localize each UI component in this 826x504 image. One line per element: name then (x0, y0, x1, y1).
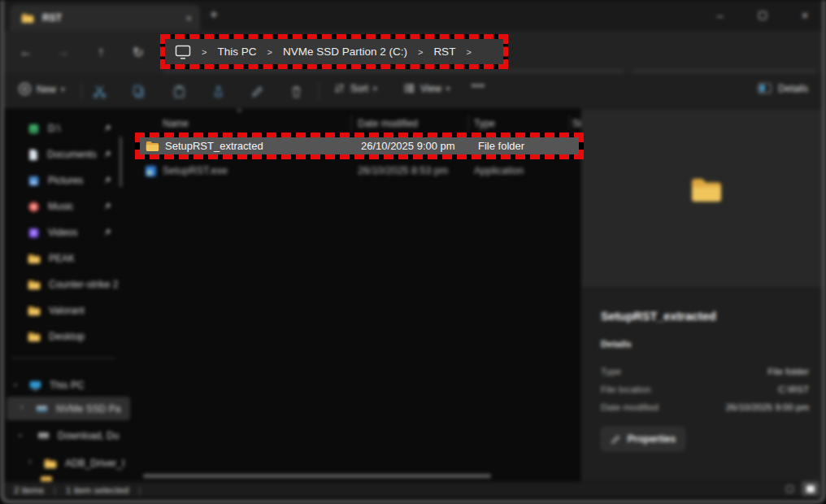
new-tab-button[interactable]: + (210, 7, 218, 23)
selected-count: 1 item selected (66, 485, 128, 495)
refresh-button[interactable]: ↻ (128, 42, 148, 62)
breadcrumb-this-pc[interactable]: This PC (217, 46, 256, 58)
details-field-type: TypeFile folder (601, 363, 809, 380)
folder-icon (28, 306, 41, 316)
breadcrumb[interactable]: > This PC > NVMe SSD Partion 2 (C:) > RS… (165, 39, 503, 64)
minimize-button[interactable]: – (699, 0, 741, 31)
sidebar-item-documents[interactable]: Documents (7, 143, 130, 166)
breadcrumb-rst[interactable]: RST (433, 46, 455, 58)
folder-icon (28, 332, 41, 342)
drive-icon (36, 404, 48, 414)
sidebar-scrollbar[interactable] (120, 137, 122, 187)
explorer-tab[interactable]: RST × (10, 5, 200, 31)
details-view-icon (786, 485, 793, 493)
delete-icon (289, 85, 303, 98)
sidebar-item-label: Download, Du (58, 430, 119, 441)
copy-button[interactable] (131, 84, 146, 98)
new-button[interactable]: New ▾ (18, 82, 65, 96)
cut-icon (93, 85, 107, 98)
sort-button[interactable]: Sort ▾ (333, 82, 377, 94)
details-view-button[interactable] (781, 482, 798, 495)
details-section-heading: Details (601, 339, 632, 349)
back-button[interactable]: ← (16, 42, 36, 62)
folder-preview-icon (690, 177, 723, 203)
new-label: New (37, 84, 56, 95)
sidebar-item-label: Music (48, 201, 73, 212)
sidebar-item-adb-driver[interactable]: ADB_Driver_I (7, 452, 130, 475)
horizontal-scrollbar[interactable] (143, 474, 491, 478)
more-options-button[interactable]: ••• (472, 80, 485, 92)
this-pc-icon (29, 380, 41, 391)
rename-button[interactable] (250, 84, 264, 98)
details-pane-toggle[interactable]: Details (758, 82, 808, 94)
file-name: SetupRST_extracted (165, 137, 263, 154)
sidebar-item-label: Counter-strike 2 (49, 279, 118, 290)
sidebar-item-nvme-ssd[interactable]: NVMe SSD Pa (7, 398, 130, 420)
details-pane-icon (758, 82, 772, 94)
file-explorer-window: RST × + – × ← → ↑ ↻ N (0, 0, 826, 504)
column-divider[interactable] (468, 115, 469, 131)
column-divider[interactable] (351, 115, 352, 131)
sidebar-item-peak[interactable]: PEAK (7, 247, 130, 270)
pin-icon (102, 228, 112, 237)
details-pane: SetupRST_extracted Details TypeFile fold… (580, 287, 822, 481)
file-type: File folder (478, 137, 524, 154)
command-bar: New ▾ Sort ▾ View ▾ ••• (0, 73, 826, 109)
cut-button[interactable] (92, 84, 107, 98)
sidebar-item-d-drive[interactable]: D:\ (7, 117, 130, 140)
file-row-setuprst-exe[interactable]: SetupRST.exe 26/10/2025 8:53 pm Applicat… (138, 160, 579, 181)
column-header-date-modified[interactable]: Date modified (358, 115, 418, 133)
view-button[interactable]: View ▾ (403, 82, 450, 94)
properties-button[interactable]: Properties (601, 427, 685, 451)
sidebar-item-music[interactable]: Music (7, 195, 130, 218)
breadcrumb-chevron-icon: > (202, 47, 206, 57)
forward-button[interactable]: → (54, 42, 73, 62)
status-bar: 2 items | 1 item selected | (4, 481, 822, 497)
column-divider[interactable] (569, 115, 570, 131)
delete-button[interactable] (289, 84, 303, 98)
tab-close-icon[interactable]: × (185, 12, 192, 24)
sidebar-divider (11, 358, 115, 358)
share-button[interactable] (211, 84, 225, 98)
file-name: SetupRST.exe (163, 160, 228, 181)
application-icon (145, 165, 157, 177)
sidebar-item-desktop[interactable]: Desktop (7, 325, 130, 348)
close-button[interactable]: × (784, 0, 826, 31)
maximize-button[interactable] (741, 0, 784, 31)
share-icon (211, 85, 225, 98)
sort-ascending-icon: ^ (237, 108, 241, 117)
sidebar-item-label: Videos (48, 227, 77, 238)
pictures-icon (28, 175, 40, 187)
column-header-type[interactable]: Type (474, 115, 495, 133)
breadcrumb-drive[interactable]: NVMe SSD Partion 2 (C:) (283, 46, 407, 58)
sidebar-item-counter-strike-2[interactable]: Counter-strike 2 (7, 273, 130, 296)
sidebar-item-label: Desktop (49, 331, 85, 342)
document-icon (28, 149, 39, 161)
sidebar-item-videos[interactable]: Videos (7, 221, 130, 244)
file-row-setuprst-extracted[interactable]: SetupRST_extracted 26/10/2025 9:00 pm Fi… (140, 137, 579, 154)
pin-icon (102, 202, 112, 211)
sidebar-item-label: NVMe SSD Pa (56, 403, 120, 415)
toolbar-divider (319, 81, 320, 101)
details-label: Details (778, 83, 808, 94)
paste-button[interactable] (172, 84, 186, 98)
sidebar-item-download-drive[interactable]: Download, Du (7, 424, 130, 447)
sidebar-item-valorant[interactable]: Valorant (7, 299, 130, 322)
sidebar-item-pictures[interactable]: Pictures (7, 169, 130, 192)
column-header-name[interactable]: Name (163, 115, 189, 133)
up-button[interactable]: ↑ (91, 42, 111, 62)
sort-icon (333, 82, 346, 94)
thumbnail-view-button[interactable] (802, 481, 819, 496)
sidebar-item-label: PEAK (49, 253, 75, 264)
music-icon (28, 201, 40, 213)
videos-icon (28, 227, 40, 239)
chevron-down-icon: ▾ (373, 85, 377, 93)
details-title: SetupRST_extracted (601, 310, 716, 323)
maximize-icon (759, 11, 767, 20)
tab-title: RST (42, 12, 177, 24)
sidebar-item-label: ADB_Driver_I (65, 458, 124, 469)
copy-icon (132, 85, 146, 98)
sidebar-item-this-pc[interactable]: This PC (7, 374, 130, 397)
folder-icon (28, 280, 41, 290)
details-field-location: File locationC:\RST (601, 381, 809, 398)
